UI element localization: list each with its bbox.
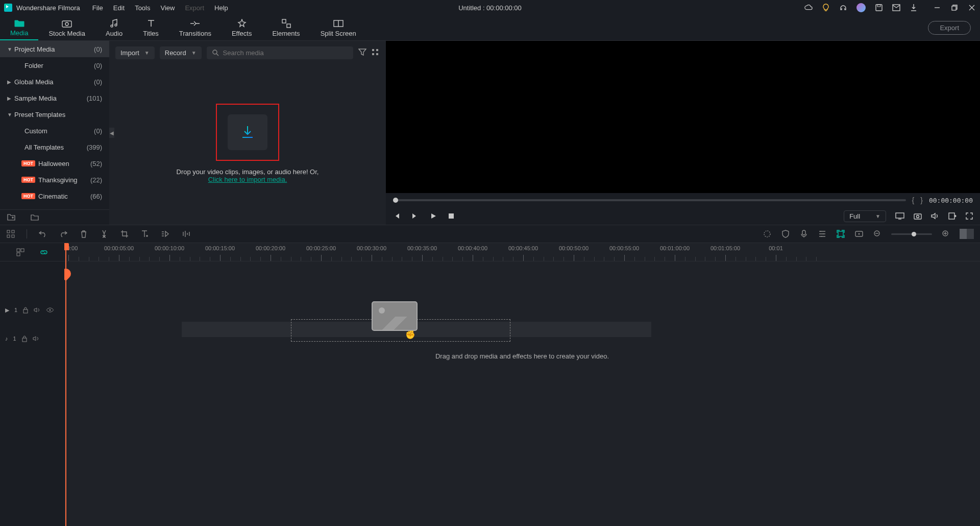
- play-button[interactable]: [430, 212, 437, 220]
- close-icon[interactable]: [968, 4, 976, 12]
- prev-frame-button[interactable]: [393, 212, 400, 220]
- menu-view[interactable]: View: [160, 4, 175, 12]
- redo-icon[interactable]: [59, 229, 68, 238]
- sidebar-item-preset-templates[interactable]: ▼ Preset Templates: [0, 106, 109, 123]
- preview-viewport[interactable]: [386, 41, 980, 193]
- download-icon[interactable]: [910, 4, 918, 12]
- collapse-sidebar-handle[interactable]: ◀: [109, 128, 114, 138]
- search-input[interactable]: [223, 49, 348, 57]
- import-dropdown[interactable]: Import ▼: [115, 46, 155, 59]
- mark-out-icon[interactable]: }: [920, 196, 923, 204]
- split-icon[interactable]: [100, 229, 109, 238]
- voiceover-icon[interactable]: [799, 229, 808, 238]
- next-frame-button[interactable]: [411, 212, 419, 220]
- crop-icon[interactable]: [120, 229, 129, 238]
- track-manager-icon[interactable]: [16, 248, 24, 256]
- menu-help[interactable]: Help: [214, 4, 228, 12]
- media-drop-zone[interactable]: Drop your video clips, images, or audio …: [109, 62, 386, 225]
- templates-icon[interactable]: [6, 229, 15, 238]
- video-track-icon[interactable]: ▶: [5, 307, 9, 314]
- fullscreen-icon[interactable]: [966, 212, 973, 220]
- sidebar-item-trending[interactable]: Trending (45): [0, 204, 109, 209]
- audio-track-number: 1: [13, 336, 16, 342]
- tab-media[interactable]: Media: [0, 15, 38, 40]
- render-icon[interactable]: [836, 229, 845, 238]
- tab-elements[interactable]: Elements: [262, 15, 310, 40]
- avatar-icon[interactable]: [856, 3, 866, 12]
- audio-mixer-icon[interactable]: [818, 229, 827, 238]
- visibility-icon[interactable]: [46, 307, 54, 313]
- save-icon[interactable]: [875, 4, 883, 12]
- timeline-view-toggle[interactable]: [960, 229, 974, 239]
- delete-icon[interactable]: [79, 229, 88, 238]
- sidebar-item-sample-media[interactable]: ▶ Sample Media (101): [0, 90, 109, 106]
- sidebar-item-halloween[interactable]: HOT Halloween (52): [0, 155, 109, 172]
- tab-transitions[interactable]: Transitions: [169, 15, 222, 40]
- menu-tools[interactable]: Tools: [135, 4, 150, 12]
- shield-icon[interactable]: [781, 229, 790, 238]
- speed-icon[interactable]: [161, 229, 170, 238]
- minimize-icon[interactable]: [933, 4, 941, 12]
- view-toggle-a[interactable]: [960, 229, 967, 239]
- stop-button[interactable]: [448, 213, 454, 219]
- audio-adjust-icon[interactable]: [181, 229, 190, 238]
- import-link[interactable]: Click here to import media.: [208, 176, 287, 183]
- import-icon-box[interactable]: [228, 114, 267, 150]
- color-icon[interactable]: [763, 229, 772, 238]
- sidebar-item-folder[interactable]: Folder (0): [0, 57, 109, 74]
- lock-icon[interactable]: [22, 306, 29, 314]
- link-icon[interactable]: [40, 249, 48, 256]
- mute-icon[interactable]: [33, 336, 40, 342]
- tab-split-screen[interactable]: Split Screen: [310, 15, 366, 40]
- menu-file[interactable]: File: [92, 4, 103, 12]
- snapshot-icon[interactable]: [914, 212, 922, 220]
- view-toggle-b[interactable]: [967, 229, 974, 239]
- lock-icon[interactable]: [21, 335, 28, 342]
- sidebar-item-global-media[interactable]: ▶ Global Media (0): [0, 74, 109, 90]
- undo-icon[interactable]: [38, 229, 47, 238]
- preview-quality-dropdown[interactable]: Full ▼: [844, 210, 886, 222]
- grid-view-icon[interactable]: [372, 49, 380, 57]
- sidebar-item-custom[interactable]: Custom (0): [0, 123, 109, 139]
- tab-titles[interactable]: Titles: [133, 15, 169, 40]
- mail-icon[interactable]: [892, 4, 900, 12]
- tab-effects[interactable]: Effects: [222, 15, 262, 40]
- display-settings-icon[interactable]: [895, 212, 904, 220]
- zoom-in-icon[interactable]: [941, 229, 950, 238]
- preview-scrub-track[interactable]: [393, 199, 906, 201]
- playhead-knob[interactable]: [64, 267, 73, 281]
- timeline-main[interactable]: 0:00:0000:00:05:0000:00:10:0000:00:15:00…: [64, 243, 980, 526]
- marker-icon[interactable]: [854, 229, 864, 238]
- tab-audio[interactable]: Audio: [95, 15, 133, 40]
- open-folder-icon[interactable]: [31, 213, 39, 222]
- new-folder-icon[interactable]: [7, 213, 15, 222]
- sidebar-item-all-templates[interactable]: All Templates (399): [0, 139, 109, 155]
- dragged-clip-preview[interactable]: [372, 301, 418, 331]
- media-panel: ◀ Import ▼ Record ▼ Drop your: [109, 41, 386, 225]
- headset-icon[interactable]: [839, 4, 847, 12]
- export-frame-icon[interactable]: [948, 212, 957, 220]
- tab-stock-media[interactable]: Stock Media: [38, 15, 95, 40]
- lightbulb-icon[interactable]: [822, 4, 830, 12]
- audio-track-icon[interactable]: ♪: [5, 336, 8, 342]
- cloud-icon[interactable]: [804, 4, 813, 12]
- search-media-box[interactable]: [207, 46, 353, 59]
- preview-scrub-thumb[interactable]: [393, 198, 398, 203]
- mark-in-icon[interactable]: {: [912, 196, 915, 204]
- volume-icon[interactable]: [931, 212, 939, 220]
- menu-edit[interactable]: Edit: [113, 4, 125, 12]
- zoom-slider[interactable]: [891, 233, 932, 235]
- text-add-icon[interactable]: [140, 229, 150, 238]
- filter-icon[interactable]: [358, 49, 366, 57]
- maximize-icon[interactable]: [950, 4, 959, 12]
- zoom-slider-thumb[interactable]: [912, 232, 916, 236]
- zoom-out-icon[interactable]: [873, 229, 882, 238]
- mute-icon[interactable]: [34, 307, 41, 313]
- record-dropdown[interactable]: Record ▼: [160, 46, 202, 59]
- timeline-playhead[interactable]: [65, 243, 66, 526]
- export-button[interactable]: Export: [928, 21, 971, 35]
- sidebar-item-project-media[interactable]: ▼ Project Media (0): [0, 41, 109, 57]
- timeline-ruler[interactable]: 0:00:0000:00:05:0000:00:10:0000:00:15:00…: [64, 243, 980, 261]
- sidebar-item-thanksgiving[interactable]: HOT Thanksgiving (22): [0, 172, 109, 188]
- sidebar-item-cinematic[interactable]: HOT Cinematic (66): [0, 188, 109, 204]
